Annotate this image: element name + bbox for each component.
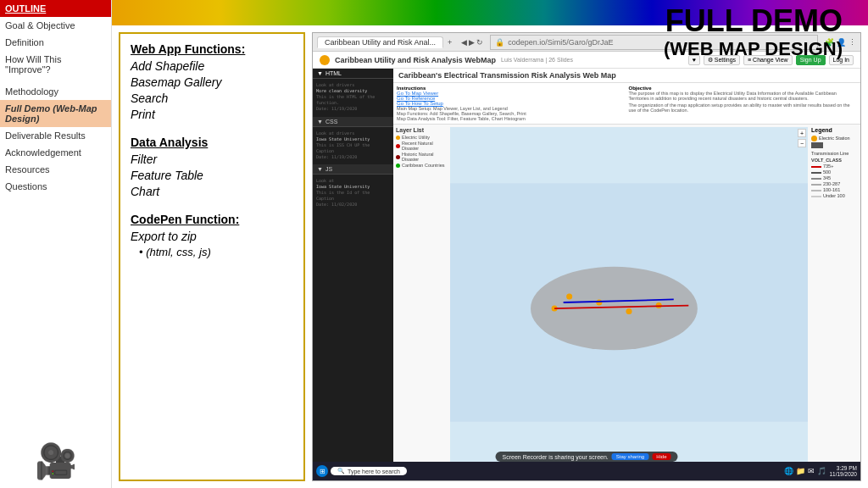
func-html-css-js: • (html, css, js) xyxy=(139,246,293,258)
sidebar-item-resources[interactable]: Resources xyxy=(0,161,111,178)
legend-line-100 xyxy=(811,190,821,191)
legend-panel: Legend Electric Station Transmission Lin… xyxy=(811,127,858,478)
browser-refresh-btn[interactable]: ↻ xyxy=(476,38,483,47)
browser-back-btn[interactable]: ◀ xyxy=(461,38,467,47)
func-basemap-gallery: Basemap Gallery xyxy=(131,75,293,89)
svg-point-4 xyxy=(626,308,632,314)
map-pane: Caribbean's Electrical Transmission Risk… xyxy=(393,69,860,480)
screen-share-bar: Screen Recorder is sharing your screen. … xyxy=(496,452,678,462)
layer-item-historic: Historic Natural Disaster xyxy=(396,152,447,162)
code-line: This is the Id of the xyxy=(316,190,390,195)
sidebar-outline-label: OUTLINE xyxy=(0,0,111,17)
web-app-functions-title: Web App Functions: xyxy=(131,42,293,56)
code-line: Look at drivers xyxy=(316,130,390,136)
code-line: Date: 11/19/2020 xyxy=(316,154,390,159)
layer-dot xyxy=(396,155,400,159)
functions-panel: Web App Functions: Add Shapefile Basemap… xyxy=(119,32,305,481)
func-feature-table: Feature Table xyxy=(131,169,293,182)
sidebar-item-deliverable[interactable]: Deliverable Results xyxy=(0,127,111,144)
code-line: Caption xyxy=(316,148,390,153)
legend-230: 230-287 xyxy=(811,181,858,186)
code-pane: ▼HTML Look at drivers More clean diversi… xyxy=(313,69,393,480)
legend-line-230 xyxy=(811,184,821,186)
sidebar-item-fulldemo[interactable]: Full Demo (Web-Map Design) xyxy=(0,100,111,127)
start-button[interactable]: ⊞ xyxy=(316,465,328,477)
css-tab[interactable]: ▼CSS xyxy=(313,117,393,127)
app-logo xyxy=(320,55,330,65)
map-main: Instructions Go To Map Viewer Go To Refe… xyxy=(393,83,860,480)
svg-point-3 xyxy=(596,299,602,305)
app-title-bar: Caribbean Utility and Risk Analysis WebM… xyxy=(320,55,573,65)
sidebar: OUTLINE Goal & Objective Definition How … xyxy=(0,0,112,488)
app-title-text: Caribbean Utility and Risk Analysis WebM… xyxy=(335,56,496,64)
sidebar-item-methodology[interactable]: Methodology xyxy=(0,83,111,100)
legend-line-500 xyxy=(811,172,821,174)
js-tab[interactable]: ▼JS xyxy=(313,164,393,175)
title-area: FULL DEMO (WEB MAP DESIGN) xyxy=(664,4,843,60)
more-options-icon[interactable]: ⋮ xyxy=(849,38,856,47)
map-controls: + − xyxy=(798,129,806,147)
instructions-objective: Instructions Go To Map Viewer Go To Refe… xyxy=(393,83,860,125)
layer-dot xyxy=(396,164,400,168)
code-line: Date: 11/02/2020 xyxy=(316,202,390,207)
browser-nav-controls: ◀ ▶ ↻ xyxy=(461,38,483,47)
taskbar-icon-3: ✉ xyxy=(808,467,815,475)
code-lines-js: Look at Iowa State University This is th… xyxy=(313,175,393,210)
taskbar: ⊞ 🔍 Type here to search 🌐 📁 ✉ 🎵 3:29 PM … xyxy=(313,462,860,480)
map-visual[interactable]: + − xyxy=(450,127,808,478)
hide-btn[interactable]: Hide xyxy=(652,453,670,460)
code-lines-html: Look at drivers More clean diversity Thi… xyxy=(313,79,393,115)
new-tab-btn[interactable]: + xyxy=(445,38,454,47)
code-line: Date: 11/19/2020 xyxy=(316,106,390,111)
func-print: Print xyxy=(131,108,293,121)
code-line: More clean diversity xyxy=(316,88,390,93)
map-title-text: Caribbean's Electrical Transmission Risk… xyxy=(398,71,855,80)
title-sub: (WEB MAP DESIGN) xyxy=(664,38,843,60)
sidebar-item-questions[interactable]: Questions xyxy=(0,178,111,195)
code-line: Iowa State University xyxy=(316,184,390,189)
map-title-area: Caribbean's Electrical Transmission Risk… xyxy=(393,69,860,83)
objective-text: The purpose of this map is to display th… xyxy=(629,91,858,101)
legend-electric-station: Electric Station xyxy=(811,136,858,141)
legend-500: 500 xyxy=(811,169,858,175)
layer-item-countries: Caribbean Countries xyxy=(396,163,447,168)
zoom-in-btn[interactable]: + xyxy=(798,129,806,137)
instructions-box: Instructions Go To Map Viewer Go To Refe… xyxy=(397,86,626,121)
taskbar-search-box[interactable]: 🔍 Type here to search xyxy=(331,467,407,475)
search-icon: 🔍 xyxy=(337,468,345,474)
legend-line-735 xyxy=(811,166,821,168)
func-export-zip: Export to zip xyxy=(131,230,293,243)
map-left: Instructions Go To Map Viewer Go To Refe… xyxy=(393,83,860,480)
func-filter: Filter xyxy=(131,152,293,166)
sidebar-item-howwill[interactable]: How Will This "Improve"? xyxy=(0,51,111,78)
sidebar-item-acknowledgement[interactable]: Acknowledgement xyxy=(0,144,111,161)
app-content: ▼HTML Look at drivers More clean diversi… xyxy=(313,69,860,480)
taskbar-icon-2: 📁 xyxy=(796,467,805,475)
zoom-out-btn[interactable]: − xyxy=(798,139,806,147)
layer-dot xyxy=(396,144,400,148)
legend-line-345 xyxy=(811,178,821,180)
html-tab[interactable]: ▼HTML xyxy=(313,69,393,79)
objective-box: Objective The purpose of this map is to … xyxy=(629,86,858,121)
code-line: This is ISS CH UP the xyxy=(316,142,390,147)
legend-transmission-line: Transmission Line xyxy=(811,151,858,156)
sidebar-item-goal[interactable]: Goal & Objective xyxy=(0,17,111,34)
layer-item-electric: Electric Utility xyxy=(396,135,447,140)
map-svg xyxy=(450,127,808,478)
legend-station-symbol xyxy=(811,142,823,148)
stay-sharing-btn[interactable]: Stay sharing xyxy=(612,453,648,460)
code-line: This is the HTML of the xyxy=(316,94,390,99)
browser-active-tab[interactable]: Caribbean Utility and Risk Anal... xyxy=(317,36,443,48)
objective-text2: The organization of the map application … xyxy=(629,103,858,113)
taskbar-system-icons: 🌐 📁 ✉ 🎵 3:29 PM 11/19/2020 xyxy=(784,465,857,477)
legend-dot-electric xyxy=(811,136,817,141)
legend-volt-class: VOLT_CLASS xyxy=(811,158,858,163)
browser-forward-btn[interactable]: ▶ xyxy=(469,38,475,47)
code-line: Look at xyxy=(316,178,390,183)
viewer-section: Layer List Electric Utility Recent Natur… xyxy=(393,125,860,480)
layer-panel: Layer List Electric Utility Recent Natur… xyxy=(396,127,447,478)
browser-simulation: Caribbean Utility and Risk Anal... + ◀ ▶… xyxy=(312,32,861,481)
screen-share-text: Screen Recorder is sharing your screen. xyxy=(503,454,609,460)
sidebar-item-definition[interactable]: Definition xyxy=(0,34,111,51)
data-analysis-text: Map Data Analysis Tool: Filter, Feature … xyxy=(397,116,626,121)
